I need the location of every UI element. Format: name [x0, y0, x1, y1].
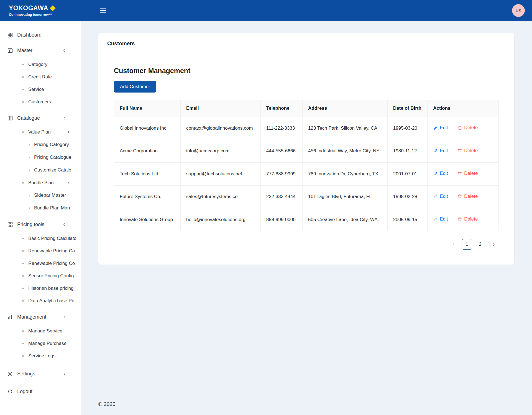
- cell-address: 123 Tech Park, Silicon Valley, CA: [303, 117, 388, 140]
- chevron-left-icon: [62, 315, 66, 319]
- bullet-icon: [22, 288, 24, 289]
- edit-button[interactable]: Edit: [433, 171, 448, 176]
- sidebar-item-manage-service[interactable]: Manage Service: [0, 325, 81, 337]
- edit-icon: [433, 125, 438, 130]
- brand-logo: YOKOGAWA Co-Innovating tomorrow™: [0, 4, 82, 17]
- delete-button[interactable]: Delete: [457, 148, 478, 153]
- cell-telephone: 222-333-4444: [260, 185, 302, 208]
- sidebar-item-settings[interactable]: Settings: [0, 366, 81, 381]
- sidebar-item-pricing-category[interactable]: Pricing Category: [0, 138, 81, 151]
- sidebar-item-data-analytic-base-pricing[interactable]: Data Analytic base Pri: [0, 294, 81, 307]
- cell-full-name: Global Innovations Inc.: [114, 117, 181, 140]
- sidebar-item-sensor-pricing-config[interactable]: Sensor Pricing Config: [0, 270, 81, 282]
- bullet-icon: [22, 275, 24, 277]
- edit-button[interactable]: Edit: [433, 125, 448, 130]
- sidebar-item-label: Management: [17, 314, 58, 320]
- chevron-right-icon: [491, 242, 496, 247]
- bullet-icon: [22, 300, 24, 302]
- bullet-icon: [29, 157, 30, 158]
- cell-address: 789 Innovation Dr, Cyberburg, TX: [303, 163, 388, 186]
- top-header: YOKOGAWA Co-Innovating tomorrow™ US: [0, 0, 532, 21]
- edit-button[interactable]: Edit: [433, 216, 448, 222]
- column-header-full-name: Full Name: [114, 100, 181, 117]
- sidebar-item-dashboard[interactable]: Dashboard: [0, 27, 81, 43]
- customers-table: Full Name Email Telephone Address Date o…: [114, 100, 499, 231]
- delete-button[interactable]: Delete: [457, 216, 478, 222]
- sidebar-item-customize-catalogue[interactable]: Customize Catalo: [0, 164, 81, 176]
- sidebar-item-pricing-tools[interactable]: Pricing tools: [0, 217, 81, 232]
- sidebar-item-bundle-plan-manage[interactable]: Bundle Plan Man: [0, 202, 81, 214]
- sidebar-item-service-logs[interactable]: Service Logs: [0, 350, 81, 362]
- edit-button[interactable]: Edit: [433, 194, 448, 199]
- hamburger-menu-button[interactable]: [98, 6, 108, 15]
- sidebar-item-basic-pricing-calculator[interactable]: Basic Pricing Calculato: [0, 232, 81, 245]
- delete-button[interactable]: Delete: [457, 194, 478, 199]
- sidebar-item-label: Pricing tools: [17, 222, 58, 227]
- sidebar-item-manage-purchase[interactable]: Manage Purchase: [0, 337, 81, 350]
- delete-button[interactable]: Delete: [457, 171, 478, 176]
- edit-button[interactable]: Edit: [433, 148, 448, 153]
- chevron-left-icon: [67, 181, 71, 185]
- pagination-next-button[interactable]: [488, 239, 499, 250]
- edit-icon: [433, 171, 438, 176]
- sidebar-item-value-plan[interactable]: Value Plan: [0, 126, 81, 138]
- bullet-icon: [22, 64, 24, 65]
- cell-dob: 2005-09-15: [387, 208, 427, 231]
- chevron-left-icon: [62, 116, 66, 120]
- pricing-tools-icon: [7, 222, 13, 227]
- cell-dob: 1998-02-28: [387, 185, 427, 208]
- sidebar-item-category[interactable]: Category: [0, 58, 81, 71]
- bullet-icon: [22, 101, 24, 103]
- delete-label: Delete: [464, 148, 478, 153]
- delete-icon: [457, 148, 462, 153]
- cell-dob: 2001-07-01: [387, 163, 427, 186]
- sidebar-item-historian-base-pricing[interactable]: Historian base pricing: [0, 282, 81, 294]
- customers-card: Customers Customer Management Add Custom…: [98, 33, 514, 265]
- sidebar-item-pricing-catalogue[interactable]: Pricing Catalogue: [0, 151, 81, 164]
- table-row: Acme Corporation info@acmecorp.com 444-5…: [114, 140, 499, 163]
- sidebar-item-label: Value Plan: [28, 129, 67, 135]
- pagination-page-1[interactable]: 1: [462, 239, 472, 250]
- sidebar-item-sidebar-master[interactable]: Sidebar Master: [0, 189, 81, 202]
- pagination-page-2[interactable]: 2: [475, 239, 485, 250]
- sidebar-item-service[interactable]: Service: [0, 83, 81, 96]
- sidebar-item-label: Service: [28, 87, 77, 92]
- sidebar-item-logout[interactable]: Logout: [0, 384, 81, 399]
- sidebar-item-catalogue[interactable]: Catalogue: [0, 110, 81, 126]
- cell-email: sales@futuresystems.co: [181, 185, 261, 208]
- sidebar-item-renewable-pricing-ca[interactable]: Renewable Pricing Ca: [0, 245, 81, 257]
- cell-dob: 1980-11-12: [387, 140, 427, 163]
- sidebar-item-label: Data Analytic base Pri: [28, 298, 77, 304]
- sidebar-item-credit-rule[interactable]: Credit Rule: [0, 71, 81, 83]
- sidebar-item-management[interactable]: Management: [0, 309, 81, 325]
- sidebar-item-customers[interactable]: Customers: [0, 96, 81, 108]
- sidebar-item-renewable-pricing-co[interactable]: Renewable Pricing Co: [0, 257, 81, 270]
- table-header-row: Full Name Email Telephone Address Date o…: [114, 100, 499, 117]
- sidebar-item-label: Category: [28, 62, 77, 67]
- pagination-prev-button[interactable]: [448, 239, 459, 250]
- sidebar-item-label: Catalogue: [17, 115, 58, 121]
- cell-address: 101 Digital Blvd, Futurama, FL: [303, 185, 388, 208]
- brand-name: YOKOGAWA: [9, 4, 48, 12]
- cell-email: contact@globalinnovations.com: [181, 117, 261, 140]
- page-layout: Dashboard Master Category Credit Rule Se…: [0, 21, 532, 415]
- bullet-icon: [22, 89, 24, 90]
- card-title: Customers: [98, 33, 514, 54]
- cell-actions: Edit Delete: [428, 163, 499, 186]
- add-customer-button[interactable]: Add Customer: [114, 81, 156, 93]
- cell-full-name: Tech Solutions Ltd.: [114, 163, 181, 186]
- cell-telephone: 888-999-0000: [260, 208, 302, 231]
- master-table-icon: [7, 48, 13, 53]
- sidebar-item-bundle-plan[interactable]: Bundle Plan: [0, 176, 81, 189]
- management-chart-icon: [7, 314, 13, 320]
- cell-address: 505 Creative Lane, Idea City, WA: [303, 208, 388, 231]
- sidebar-item-master[interactable]: Master: [0, 43, 81, 58]
- sidebar-item-label: Manage Purchase: [28, 341, 77, 346]
- sidebar-item-label: Customers: [28, 99, 77, 105]
- pagination: 1 2: [114, 239, 499, 250]
- cell-full-name: Innovate Solutions Group: [114, 208, 181, 231]
- cell-address: 456 Industrial Way, Metro City, NY: [303, 140, 388, 163]
- user-avatar[interactable]: US: [512, 4, 525, 17]
- sidebar-item-label: Renewable Pricing Co: [28, 261, 77, 266]
- delete-button[interactable]: Delete: [457, 125, 478, 130]
